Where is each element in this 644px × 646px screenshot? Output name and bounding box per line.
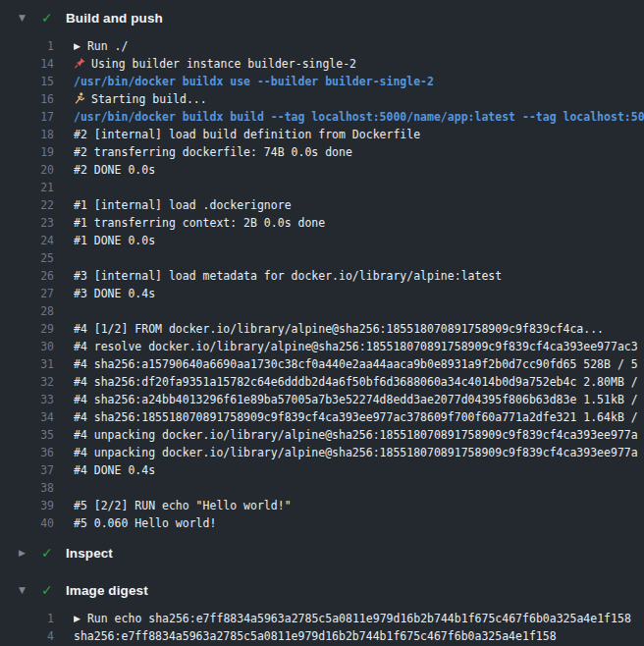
line-number[interactable]: 38 <box>0 479 54 497</box>
log-line[interactable]: 4sha256:e7ff8834a5963a2785c5a0811e979d16… <box>0 627 644 645</box>
line-number[interactable]: 1 <box>0 37 54 55</box>
log-line[interactable]: 26#3 [internal] load metadata for docker… <box>0 267 644 285</box>
line-number[interactable]: 19 <box>0 143 54 161</box>
line-number[interactable]: 18 <box>0 126 54 143</box>
log-line[interactable]: 32#4 sha256:df20fa9351a15782c64e6dddb2d4… <box>0 373 644 391</box>
line-number[interactable]: 14 <box>0 55 54 73</box>
line-number[interactable]: 34 <box>0 408 54 426</box>
line-number[interactable]: 4 <box>0 627 54 645</box>
line-number[interactable]: 26 <box>0 267 54 285</box>
line-number[interactable]: 15 <box>0 73 54 90</box>
line-number[interactable]: 31 <box>0 355 54 373</box>
log-line[interactable]: 35#4 unpacking docker.io/library/alpine@… <box>0 426 644 444</box>
log-line[interactable]: 27#3 DONE 0.4s <box>0 285 644 302</box>
log-line[interactable]: 24#1 DONE 0.0s <box>0 232 644 249</box>
line-number[interactable]: 35 <box>0 426 54 444</box>
log-line[interactable]: 19#2 transferring dockerfile: 74B 0.0s d… <box>0 143 644 161</box>
section-header-image-digest[interactable]: ▼ ✓ Image digest <box>0 577 644 603</box>
log-line[interactable]: 17/usr/bin/docker buildx build --tag loc… <box>0 108 644 126</box>
log-text: #5 [2/2] RUN echo "Hello world!" <box>74 497 644 514</box>
section-title: Image digest <box>66 583 148 598</box>
line-number[interactable]: 20 <box>0 161 54 179</box>
section-inspect: ▶ ✓ Inspect <box>0 540 644 565</box>
section-title: Inspect <box>66 546 113 561</box>
play-icon[interactable]: ▶ <box>74 37 80 55</box>
runner-icon <box>74 92 86 104</box>
log-text <box>74 302 644 320</box>
section-header-build-and-push[interactable]: ▼ ✓ Build and push <box>0 5 644 30</box>
log-text: #2 transferring dockerfile: 74B 0.0s don… <box>74 143 644 161</box>
log-lines-build-and-push: 1▶Run ./14Using builder instance builder… <box>0 37 644 532</box>
log-text <box>74 479 644 497</box>
log-lines-image-digest: 1▶Run echo sha256:e7ff8834a5963a2785c5a0… <box>0 610 644 645</box>
line-number[interactable]: 21 <box>0 179 54 196</box>
play-icon[interactable]: ▶ <box>74 610 80 627</box>
line-number[interactable]: 16 <box>0 90 54 108</box>
log-line[interactable]: 15/usr/bin/docker buildx use --builder b… <box>0 73 644 90</box>
chevron-down-icon[interactable]: ▼ <box>19 14 29 23</box>
log-text: ▶Run ./ <box>74 37 644 55</box>
section-header-inspect[interactable]: ▶ ✓ Inspect <box>0 540 644 565</box>
check-icon: ✓ <box>41 11 56 25</box>
log-text: #4 sha256:df20fa9351a15782c64e6dddb2d4a6… <box>74 373 644 391</box>
line-number[interactable]: 29 <box>0 320 54 338</box>
chevron-down-icon[interactable]: ▼ <box>19 586 29 595</box>
log-line[interactable]: 18#2 [internal] load build definition fr… <box>0 126 644 143</box>
log-text: #4 sha256:a24bb4013296f61e89ba57005a7b3e… <box>74 391 644 408</box>
log-line[interactable]: 39#5 [2/2] RUN echo "Hello world!" <box>0 497 644 514</box>
line-number[interactable]: 39 <box>0 497 54 514</box>
line-number[interactable]: 17 <box>0 108 54 126</box>
log-line[interactable]: 14Using builder instance builder-single-… <box>0 55 644 73</box>
line-number[interactable]: 37 <box>0 461 54 479</box>
log-line[interactable]: 16Starting build... <box>0 90 644 108</box>
log-text: /usr/bin/docker buildx build --tag local… <box>74 108 644 126</box>
line-number[interactable]: 33 <box>0 391 54 408</box>
section-image-digest: ▼ ✓ Image digest 1▶Run echo sha256:e7ff8… <box>0 577 644 645</box>
log-text: Using builder instance builder-single-2 <box>74 55 644 73</box>
log-text <box>74 249 644 267</box>
log-line[interactable]: 34#4 sha256:185518070891758909c9f839cf4c… <box>0 408 644 426</box>
log-line[interactable]: 30#4 resolve docker.io/library/alpine@sh… <box>0 338 644 355</box>
check-icon: ✓ <box>41 583 56 597</box>
log-line[interactable]: 36#4 unpacking docker.io/library/alpine@… <box>0 444 644 461</box>
log-line[interactable]: 21 <box>0 179 644 196</box>
line-number[interactable]: 1 <box>0 610 54 627</box>
line-number[interactable]: 32 <box>0 373 54 391</box>
line-number[interactable]: 30 <box>0 338 54 355</box>
line-number[interactable]: 27 <box>0 285 54 302</box>
line-number[interactable]: 28 <box>0 302 54 320</box>
log-text: #2 [internal] load build definition from… <box>74 126 644 143</box>
section-build-and-push: ▼ ✓ Build and push 1▶Run ./14Using build… <box>0 5 644 532</box>
log-text: #1 DONE 0.0s <box>74 232 644 249</box>
line-number[interactable]: 22 <box>0 196 54 214</box>
line-number[interactable]: 24 <box>0 232 54 249</box>
line-number[interactable]: 23 <box>0 214 54 232</box>
log-text: #4 sha256:a15790640a6690aa1730c38cf0a440… <box>74 355 644 373</box>
log-text: #4 unpacking docker.io/library/alpine@sh… <box>74 426 644 444</box>
log-line[interactable]: 40#5 0.060 Hello world! <box>0 514 644 532</box>
log-line[interactable]: 1▶Run ./ <box>0 37 644 55</box>
log-line[interactable]: 1▶Run echo sha256:e7ff8834a5963a2785c5a0… <box>0 610 644 627</box>
line-number[interactable]: 40 <box>0 514 54 532</box>
log-text <box>74 179 644 196</box>
log-text: #1 transferring context: 2B 0.0s done <box>74 214 644 232</box>
log-line[interactable]: 22#1 [internal] load .dockerignore <box>0 196 644 214</box>
log-line[interactable]: 23#1 transferring context: 2B 0.0s done <box>0 214 644 232</box>
log-line[interactable]: 37#4 DONE 0.4s <box>0 461 644 479</box>
log-line[interactable]: 25 <box>0 249 644 267</box>
log-line[interactable]: 31#4 sha256:a15790640a6690aa1730c38cf0a4… <box>0 355 644 373</box>
log-line[interactable]: 29#4 [1/2] FROM docker.io/library/alpine… <box>0 320 644 338</box>
log-line[interactable]: 20#2 DONE 0.0s <box>0 161 644 179</box>
line-number[interactable]: 25 <box>0 249 54 267</box>
log-text: #3 DONE 0.4s <box>74 285 644 302</box>
log-text: #4 [1/2] FROM docker.io/library/alpine@s… <box>74 320 644 338</box>
log-line[interactable]: 33#4 sha256:a24bb4013296f61e89ba57005a7b… <box>0 391 644 408</box>
log-text: Starting build... <box>74 90 644 108</box>
log-line[interactable]: 28 <box>0 302 644 320</box>
log-line[interactable]: 38 <box>0 479 644 497</box>
log-text: #5 0.060 Hello world! <box>74 514 644 532</box>
line-number[interactable]: 36 <box>0 444 54 461</box>
chevron-right-icon[interactable]: ▶ <box>19 549 29 558</box>
log-text: #3 [internal] load metadata for docker.i… <box>74 267 644 285</box>
log-text: #4 unpacking docker.io/library/alpine@sh… <box>74 444 644 461</box>
